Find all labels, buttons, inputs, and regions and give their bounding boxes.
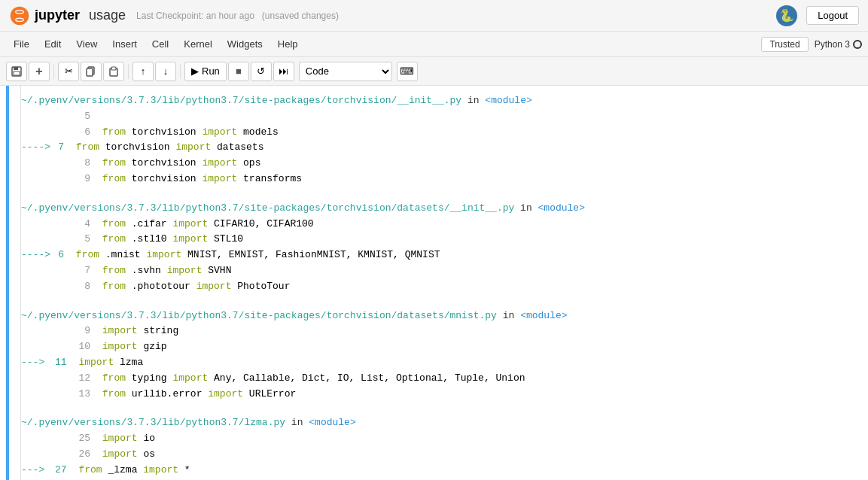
code-line-s3-l2: 10 import gzip <box>21 339 860 355</box>
up-arrow-icon: ↑ <box>141 65 146 77</box>
kernel-circle-icon <box>853 40 862 49</box>
svg-rect-7 <box>14 71 20 75</box>
code-line-s1-l5: 9 from torchvision import transforms <box>21 172 860 187</box>
code-line-s4-l2: 26 import os <box>21 447 860 463</box>
top-bar-right: 🐍 Logout <box>775 4 859 28</box>
save-icon <box>11 66 22 77</box>
toolbar-separator-2 <box>128 64 129 79</box>
restart-icon: ↺ <box>257 65 265 77</box>
svg-text:🐍: 🐍 <box>779 8 794 23</box>
svg-rect-9 <box>87 68 93 76</box>
trusted-badge[interactable]: Trusted <box>761 37 808 52</box>
cell-active-indicator <box>6 86 9 480</box>
add-cell-button[interactable]: + <box>29 62 50 81</box>
run-icon: ▶ <box>191 65 199 77</box>
code-line-s2-l5: 8 from .phototour import PhotoTour <box>21 279 860 295</box>
code-line-s3-l3-arrow: ---> 11 import lzma <box>21 355 860 371</box>
kernel-name: Python 3 <box>815 39 850 50</box>
traceback-section-3: ~/.pyenv/versions/3.7.3/lib/python3.7/si… <box>21 308 860 403</box>
cut-button[interactable]: ✂ <box>58 62 79 81</box>
code-line-s4-l1: 25 import io <box>21 431 860 447</box>
cell-sidebar <box>0 86 21 480</box>
traceback-section-2: ~/.pyenv/versions/3.7.3/lib/python3.7/si… <box>21 201 860 295</box>
notebook-name[interactable]: usage <box>89 8 126 23</box>
paste-icon <box>108 66 119 77</box>
menu-edit[interactable]: Edit <box>37 35 69 53</box>
move-up-button[interactable]: ↑ <box>132 62 154 81</box>
jupyter-logo-icon <box>9 5 30 26</box>
arrow-indicator-4: ---> <box>21 463 55 478</box>
code-line-s2-l2: 5 from .stl10 import STL10 <box>21 232 860 248</box>
code-line-s1-l2: 6 from torchvision import models <box>21 125 860 141</box>
file-path-1: ~/.pyenv/versions/3.7.3/lib/python3.7/si… <box>21 93 461 109</box>
menu-kernel[interactable]: Kernel <box>176 35 220 53</box>
main-content: ~/.pyenv/versions/3.7.3/lib/python3.7/si… <box>0 86 868 480</box>
code-line-s1-l1: 5 <box>21 109 860 125</box>
fastforward-icon: ⏭ <box>279 65 288 77</box>
file-path-4: ~/.pyenv/versions/3.7.3/lib/python3.7/lz… <box>21 415 285 431</box>
menu-help[interactable]: Help <box>270 35 306 53</box>
down-arrow-icon: ↓ <box>163 65 169 77</box>
file-path-line-3: ~/.pyenv/versions/3.7.3/lib/python3.7/si… <box>21 308 860 324</box>
traceback-section-1: ~/.pyenv/versions/3.7.3/lib/python3.7/si… <box>21 93 860 187</box>
code-line-s1-l4: 8 from torchvision import ops <box>21 156 860 172</box>
move-down-button[interactable]: ↓ <box>155 62 176 81</box>
run-button[interactable]: ▶ Run <box>184 62 227 81</box>
code-line-s2-l1: 4 from .cifar import CIFAR10, CIFAR100 <box>21 217 860 232</box>
file-path-line-2: ~/.pyenv/versions/3.7.3/lib/python3.7/si… <box>21 201 860 217</box>
logout-button[interactable]: Logout <box>806 6 859 25</box>
file-path-line-4: ~/.pyenv/versions/3.7.3/lib/python3.7/lz… <box>21 415 860 431</box>
top-bar: jupyter usage Last Checkpoint: an hour a… <box>0 0 868 32</box>
code-line-s3-l1: 9 import string <box>21 324 860 339</box>
file-path-line-1: ~/.pyenv/versions/3.7.3/lib/python3.7/si… <box>21 93 860 109</box>
file-path-3: ~/.pyenv/versions/3.7.3/lib/python3.7/si… <box>21 308 497 324</box>
run-label: Run <box>202 65 220 77</box>
plus-icon: + <box>35 65 42 78</box>
save-button[interactable] <box>6 62 27 81</box>
code-line-s2-l4: 7 from .svhn import SVHN <box>21 263 860 279</box>
app-title: jupyter <box>35 8 80 23</box>
menu-cell[interactable]: Cell <box>145 35 176 53</box>
traceback-section-4: ~/.pyenv/versions/3.7.3/lib/python3.7/lz… <box>21 415 860 480</box>
copy-icon <box>86 66 96 77</box>
code-line-s3-l4: 12 from typing import Any, Callable, Dic… <box>21 371 860 387</box>
python-logo-icon: 🐍 <box>775 4 799 28</box>
restart-button[interactable]: ↺ <box>251 62 272 81</box>
toolbar-separator-3 <box>180 64 181 79</box>
arrow-indicator-1: ----> <box>21 140 55 156</box>
copy-button[interactable] <box>81 62 102 81</box>
menu-bar: File Edit View Insert Cell Kernel Widget… <box>0 32 868 57</box>
arrow-indicator-3: ---> <box>21 355 55 371</box>
checkpoint-info: Last Checkpoint: an hour ago (unsaved ch… <box>136 11 339 21</box>
stop-button[interactable]: ■ <box>228 62 249 81</box>
module-link-1: <module> <box>485 93 531 109</box>
svg-rect-11 <box>111 67 116 70</box>
cell-output: ~/.pyenv/versions/3.7.3/lib/python3.7/si… <box>21 86 868 480</box>
toolbar-separator-1 <box>53 64 54 79</box>
svg-point-0 <box>11 6 29 25</box>
stop-icon: ■ <box>236 65 242 77</box>
fastforward-button[interactable]: ⏭ <box>273 62 294 81</box>
paste-button[interactable] <box>103 62 124 81</box>
file-path-2: ~/.pyenv/versions/3.7.3/lib/python3.7/si… <box>21 201 514 217</box>
cell-type-select[interactable]: CodeMarkdownRaw NBConvertHeading <box>299 62 392 81</box>
logo-area: jupyter usage Last Checkpoint: an hour a… <box>9 5 339 26</box>
module-link-2: <module> <box>538 201 585 217</box>
scissors-icon: ✂ <box>65 65 73 77</box>
kernel-indicator: Python 3 <box>815 39 862 50</box>
code-line-s2-l3-arrow: ----> 6 from .mnist import MNIST, EMNIST… <box>21 248 860 263</box>
menu-view[interactable]: View <box>69 35 105 53</box>
keyboard-icon: ⌨ <box>400 65 414 77</box>
code-line-s3-l5: 13 from urllib.error import URLError <box>21 387 860 403</box>
toolbar: + ✂ ↑ ↓ ▶ Run ■ ↺ ⏭ Co <box>0 57 868 86</box>
menu-insert[interactable]: Insert <box>105 35 145 53</box>
code-line-s4-l3-arrow: ---> 27 from _lzma import * <box>21 463 860 478</box>
keyboard-shortcuts-button[interactable]: ⌨ <box>397 62 418 81</box>
arrow-indicator-2: ----> <box>21 248 55 263</box>
code-line-s1-l3-arrow: ----> 7 from torchvision import datasets <box>21 140 860 156</box>
module-link-4: <module> <box>309 415 355 431</box>
svg-rect-6 <box>14 67 18 70</box>
module-link-3: <module> <box>520 308 567 324</box>
menu-file[interactable]: File <box>6 35 37 53</box>
menu-widgets[interactable]: Widgets <box>220 35 270 53</box>
